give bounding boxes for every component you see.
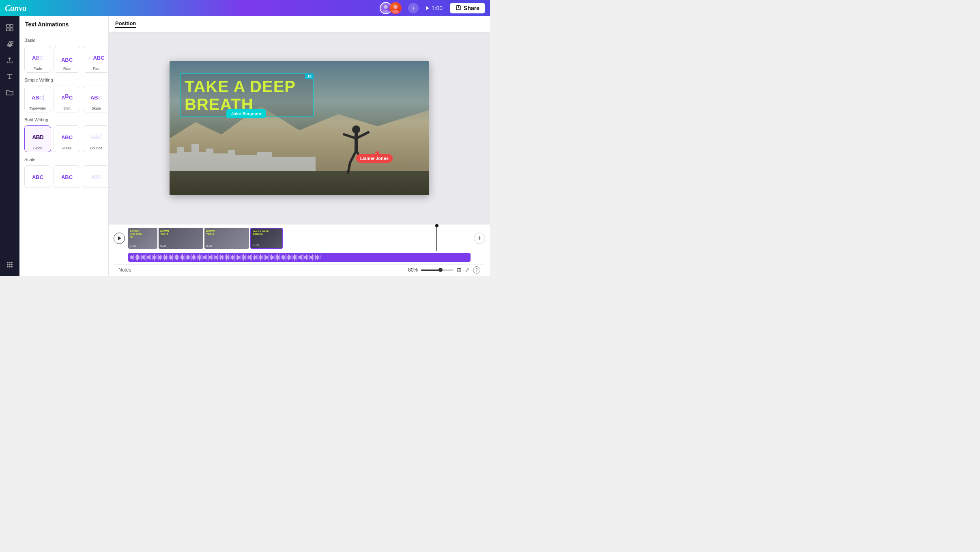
timeline-clip-2[interactable]: DAWNYOGA 6.2s xyxy=(159,228,203,249)
svg-point-1 xyxy=(383,10,389,13)
notes-label[interactable]: Notes xyxy=(118,267,131,273)
wave-bar xyxy=(287,256,288,259)
sidebar-item-apps[interactable] xyxy=(2,257,17,272)
wave-bar xyxy=(172,254,173,261)
wave-bar xyxy=(176,254,177,260)
collab-name-jake: Jake Simpson xyxy=(231,111,261,116)
wave-bar xyxy=(281,256,282,259)
wave-bar xyxy=(203,256,204,259)
bold-writing-grid: ABD Block ABC · · · · Pu xyxy=(24,125,103,152)
animation-fade[interactable]: ABC Fade xyxy=(24,46,51,73)
timeline-play-button[interactable] xyxy=(114,233,125,244)
wave-bar xyxy=(290,256,291,259)
ground-background xyxy=(170,171,429,195)
wave-bar xyxy=(227,256,228,259)
animation-scale1[interactable]: ABC xyxy=(24,165,51,188)
wave-bar xyxy=(222,255,223,260)
canvas-text: TAKE A DEEP BREATH xyxy=(185,78,309,113)
sidebar-item-elements[interactable] xyxy=(2,37,17,51)
skate-label: Skate xyxy=(91,106,101,110)
wave-bar xyxy=(155,256,156,259)
wave-bar xyxy=(149,255,150,259)
wave-bar xyxy=(237,254,238,260)
animation-shift[interactable]: ABC Shift xyxy=(54,86,80,112)
app-body: Text Animations Basic ABC Fade ↑ xyxy=(0,16,490,276)
wave-bar xyxy=(283,255,284,260)
fade-preview: ABC xyxy=(26,50,49,66)
wave-bar xyxy=(236,255,236,259)
animation-typewriter[interactable]: ABC Typewriter xyxy=(24,86,51,112)
wave-bar xyxy=(199,254,200,261)
zoom-slider-fill xyxy=(421,270,441,271)
canvas-frame[interactable]: JS TAKE A DEEP BREATH Lianne Jones Jake … xyxy=(170,61,429,195)
panel-title: Text Animations xyxy=(19,16,108,31)
expand-icon[interactable]: ⤢ xyxy=(465,267,470,273)
wave-bar xyxy=(269,254,269,261)
wave-bar xyxy=(137,254,138,261)
wave-bar xyxy=(214,255,215,260)
wave-bar xyxy=(294,254,295,261)
wave-bar xyxy=(255,256,256,259)
wave-bar xyxy=(160,255,161,260)
animation-scale3[interactable]: ABC xyxy=(83,165,109,188)
svg-point-20 xyxy=(11,266,13,267)
svg-point-14 xyxy=(11,262,13,263)
wave-bar xyxy=(181,255,182,259)
help-button[interactable]: ? xyxy=(473,266,480,274)
timeline-clip-3[interactable]: DAWNYOGA 3.8s xyxy=(204,228,249,249)
wave-bar xyxy=(250,255,251,260)
add-clip-button[interactable]: + xyxy=(474,233,485,244)
wave-bar xyxy=(259,256,260,259)
wave-bar xyxy=(300,255,301,259)
avatar-user2[interactable] xyxy=(389,2,402,14)
wave-bar xyxy=(226,254,227,261)
add-collaborator-button[interactable]: + xyxy=(408,3,419,13)
wave-bar xyxy=(310,256,311,259)
svg-point-13 xyxy=(9,262,11,263)
animation-skate[interactable]: ABC Skate xyxy=(83,86,109,112)
wave-bar xyxy=(164,254,165,261)
sidebar-item-folders[interactable] xyxy=(2,85,17,100)
wave-bar xyxy=(224,256,224,259)
svg-rect-7 xyxy=(10,24,13,27)
wave-bar xyxy=(244,256,245,259)
wave-bar xyxy=(258,255,258,260)
wave-bar xyxy=(243,254,244,261)
share-button[interactable]: Share xyxy=(450,3,485,13)
sidebar-item-text[interactable] xyxy=(2,69,17,84)
wave-bar xyxy=(273,256,274,259)
sidebar-item-uploads[interactable] xyxy=(2,53,17,67)
animation-rise[interactable]: ↑ ABC Rise xyxy=(54,46,80,73)
sidebar-item-templates[interactable] xyxy=(2,20,17,35)
play-timer-button[interactable]: 1:00 xyxy=(423,3,446,13)
wave-bar xyxy=(135,256,135,259)
clip-1-duration: 3.8s xyxy=(130,244,136,248)
wave-bar xyxy=(177,255,178,260)
animation-block[interactable]: ABD Block xyxy=(24,125,51,152)
yoga-person xyxy=(340,118,372,175)
fit-view-icon[interactable]: ⊞ xyxy=(457,267,462,273)
tab-position[interactable]: Position xyxy=(115,20,136,28)
wave-bar xyxy=(282,255,283,259)
timeline-clip-4[interactable]: TAKE A DEEPBREATH 2.2s xyxy=(250,228,283,249)
wave-bar xyxy=(306,254,307,260)
tab-bar: Position xyxy=(109,16,490,32)
simple-writing-grid: ABC Typewriter ABC Shift ABC Skate xyxy=(24,86,103,112)
wave-bar xyxy=(202,254,202,260)
wave-bar xyxy=(304,256,305,259)
header-right: + 1:00 Share xyxy=(380,2,485,14)
timeline-clip-1[interactable]: SANTASOLANANI 3.8s xyxy=(128,228,157,249)
wave-bar xyxy=(150,254,151,260)
animation-pulse[interactable]: ABC · · · · Pulse xyxy=(54,125,80,152)
animation-bounce[interactable]: ABC · · · Bounce xyxy=(83,125,109,152)
wave-bar xyxy=(271,254,272,260)
wave-bar xyxy=(189,256,190,259)
wave-bar xyxy=(206,255,207,260)
canva-logo: Canva xyxy=(5,4,26,13)
animation-scale2[interactable]: ABC xyxy=(54,165,80,188)
audio-track[interactable] xyxy=(128,253,471,262)
wave-bar xyxy=(143,255,144,259)
wave-bar xyxy=(301,255,302,260)
animation-pan[interactable]: → ABC Pan xyxy=(83,46,109,73)
zoom-slider[interactable] xyxy=(421,270,453,271)
